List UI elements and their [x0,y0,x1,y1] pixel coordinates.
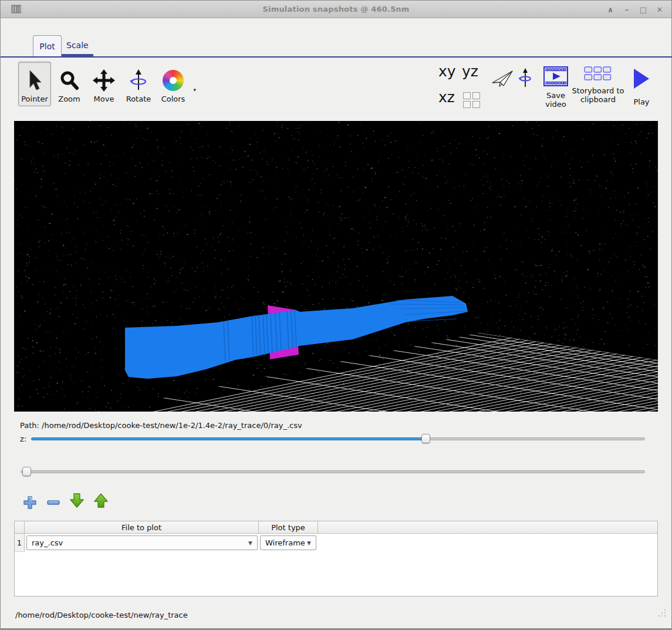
pointer-icon [24,68,45,93]
secondary-slider-handle[interactable] [22,467,31,476]
tab-bar-underline [1,56,672,58]
rotate-label: Rotate [126,95,151,103]
colors-label: Colors [161,95,185,103]
arrow-up-icon [93,493,109,511]
file-to-plot-value: ray_.csv [32,538,63,547]
row-index: 1 [15,534,25,552]
arrow-down-icon [69,493,85,511]
move-row-up-button[interactable] [93,494,109,510]
move-cross-icon [93,68,115,93]
plot-file-table: File to plot Plot type 1 ray_.csv ▼ Wire… [14,521,658,597]
colors-button[interactable]: Colors ▾ [157,62,190,106]
paper-plane-icon[interactable] [491,70,514,90]
colors-dropdown-icon[interactable]: ▾ [193,87,196,93]
zoom-button[interactable]: Zoom [53,62,86,106]
view-yz-button[interactable]: yz [462,63,478,80]
status-bar-path: /home/rod/Desktop/cooke-test/new/ray_tra… [15,611,188,619]
storyboard-icon [584,66,612,84]
rotate-button[interactable]: Rotate [122,62,155,106]
color-wheel-icon [163,68,184,93]
header-corner-cell [15,521,25,534]
add-row-button[interactable] [22,496,38,511]
maximize-icon[interactable]: □ [639,5,648,14]
magnifier-icon [59,68,80,93]
film-play-icon [543,66,568,89]
storyboard-button[interactable]: Storyboard to clipboard [569,66,627,104]
secondary-slider-track[interactable] [21,470,645,473]
rotate-axis-icon [127,68,150,93]
play-button[interactable]: Play [627,68,656,106]
z-slider-handle[interactable] [421,434,430,443]
remove-row-button[interactable] [46,496,61,511]
z-slider-label: z: [20,434,26,443]
toolbar: Pointer Zoom Move [18,62,190,106]
resize-grip[interactable] [657,609,666,620]
z-slider-fill [31,437,426,440]
file-to-plot-combobox[interactable]: ray_.csv ▼ [26,535,258,550]
minimize-icon[interactable]: – [622,5,632,14]
plot-type-value: Wireframe [265,538,305,547]
view-xz-button[interactable]: xz [438,89,455,106]
table-row: 1 ray_.csv ▼ Wireframe ▼ [15,534,657,552]
viewport-3d [14,121,658,412]
chevron-down-icon: ▼ [307,540,311,546]
storyboard-label: Storyboard to clipboard [569,86,627,104]
path-label: Path: /home/rod/Desktop/cooke-test/new/1… [20,421,302,430]
tab-plot[interactable]: Plot [33,35,62,57]
grid-2x2-icon[interactable] [463,92,481,109]
move-button[interactable]: Move [87,62,120,106]
save-video-label: Save video [538,91,573,109]
view-xy-button[interactable]: xy [438,63,456,80]
play-label: Play [633,97,649,106]
header-file-to-plot: File to plot [25,521,259,534]
zoom-label: Zoom [58,95,80,103]
tab-scale-underline [62,54,93,57]
table-header: File to plot Plot type [15,521,657,534]
header-filler [318,521,657,534]
pointer-button[interactable]: Pointer [18,62,51,106]
plot-type-combobox[interactable]: Wireframe ▼ [260,535,316,550]
window-title: Simulation snapshots @ 460.5nm [1,5,671,14]
titlebar[interactable]: Simulation snapshots @ 460.5nm ∧ – □ ✕ [1,1,671,18]
viewport-canvas[interactable] [14,121,658,412]
save-video-button[interactable]: Save video [538,66,573,109]
close-icon[interactable]: ✕ [655,5,664,14]
chevron-down-icon: ▼ [248,540,252,546]
z-slider[interactable] [31,434,645,443]
shade-icon[interactable]: ∧ [606,5,615,14]
minus-icon [46,496,60,512]
move-row-down-button[interactable] [69,494,85,510]
secondary-slider[interactable] [21,467,645,476]
plus-icon [23,496,37,512]
pointer-label: Pointer [21,95,48,103]
play-triangle-icon [633,68,650,92]
rotate-axis-small-icon[interactable] [517,68,533,91]
app-window: Simulation snapshots @ 460.5nm ∧ – □ ✕ P… [0,0,672,630]
move-label: Move [94,95,114,103]
header-plot-type: Plot type [259,521,318,534]
tab-scale[interactable]: Scale [66,37,89,53]
